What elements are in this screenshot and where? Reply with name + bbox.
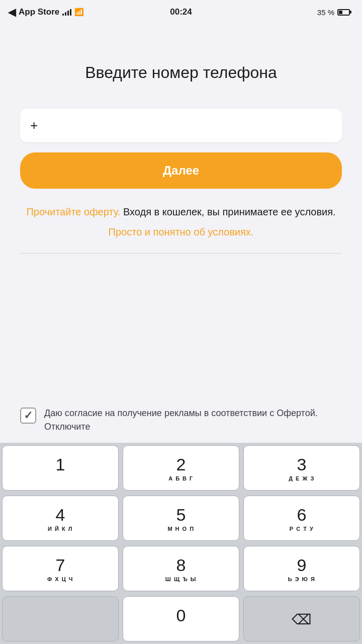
offer-text-block: Прочитайте оферту. Входя в кошелек, вы п… (26, 204, 335, 240)
checkbox-check-icon: ✓ (24, 409, 33, 422)
key-0[interactable]: 0 (123, 596, 239, 641)
offer-regular-text: Входя в кошелек, вы принимаете ее услови… (120, 206, 335, 217)
key-2[interactable]: 2 А Б В Г (123, 445, 239, 491)
phone-input-container[interactable]: + (20, 109, 342, 142)
status-carrier: ◀ App Store 📶 (8, 6, 84, 18)
divider (20, 253, 342, 254)
keyboard-row-4: 0 ⌫ (0, 594, 362, 644)
back-arrow-icon[interactable]: ◀ (8, 6, 16, 18)
key-backspace[interactable]: ⌫ (243, 596, 360, 641)
signal-bars-icon (62, 9, 71, 16)
consent-text: Даю согласие на получение рекламы в соот… (44, 407, 342, 434)
offer-link2[interactable]: Просто и понятно об условиях. (26, 224, 335, 240)
consent-checkbox[interactable]: ✓ (20, 408, 36, 424)
backspace-icon: ⌫ (292, 611, 312, 628)
battery-icon (337, 9, 350, 16)
consent-area: ✓ Даю согласие на получение рекламы в со… (0, 397, 362, 443)
wifi-icon: 📶 (74, 8, 84, 17)
keyboard-row-3: 7 Ф Х Ц Ч 8 Ш Щ Ъ Ы 9 Ь Э Ю Я (0, 543, 362, 594)
keyboard-row-2: 4 И Й К Л 5 М Н О П 6 Р С Т У (0, 493, 362, 543)
carrier-label: App Store (19, 7, 59, 17)
key-4[interactable]: 4 И Й К Л (2, 496, 119, 541)
key-5[interactable]: 5 М Н О П (123, 496, 239, 541)
key-3[interactable]: 3 Д Е Ж З (243, 445, 360, 491)
next-button[interactable]: Далее (20, 152, 342, 189)
status-battery: 35 % (317, 8, 350, 17)
phone-input[interactable] (43, 118, 332, 132)
keyboard-row-1: 1 2 А Б В Г 3 Д Е Ж З (0, 443, 362, 493)
phone-prefix: + (30, 118, 38, 133)
main-content: Введите номер телефона + Далее Прочитайт… (0, 22, 362, 397)
key-8[interactable]: 8 Ш Щ Ъ Ы (123, 546, 239, 591)
page-title: Введите номер телефона (85, 62, 277, 84)
key-7[interactable]: 7 Ф Х Ц Ч (2, 546, 119, 591)
offer-link[interactable]: Прочитайте оферту. (26, 206, 120, 217)
status-bar: ◀ App Store 📶 00:24 35 % (0, 0, 362, 22)
key-6[interactable]: 6 Р С Т У (243, 496, 360, 541)
battery-percent-label: 35 % (317, 8, 334, 17)
status-time: 00:24 (170, 7, 192, 17)
key-empty (2, 596, 119, 641)
key-9[interactable]: 9 Ь Э Ю Я (243, 546, 360, 591)
keyboard: 1 2 А Б В Г 3 Д Е Ж З 4 И Й К Л 5 М Н О … (0, 443, 362, 644)
key-1[interactable]: 1 (2, 445, 119, 491)
